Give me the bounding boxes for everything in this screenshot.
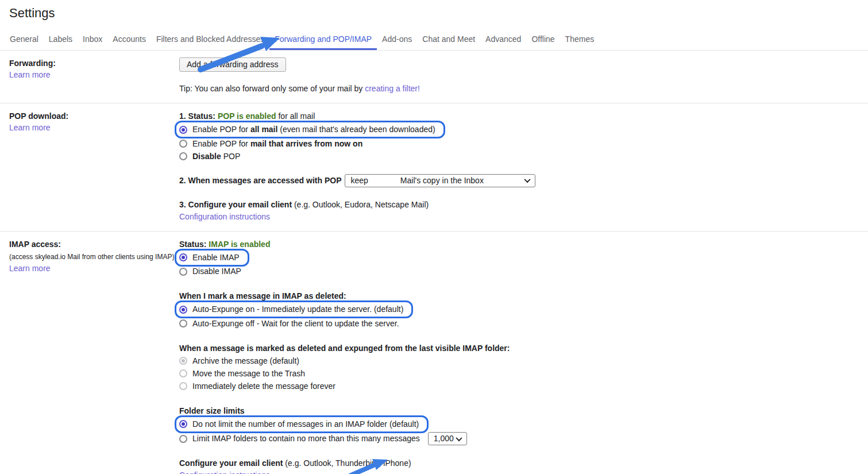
radio-disabled-icon bbox=[179, 382, 187, 390]
pop-configuration-instructions-link[interactable]: Configuration instructions bbox=[179, 212, 270, 221]
imap-expunge-heading: When a message is marked as deleted and … bbox=[179, 342, 859, 354]
radio-do-not-limit-folder[interactable]: Do not limit the number of messages in a… bbox=[179, 418, 419, 430]
chevron-down-icon bbox=[524, 176, 531, 183]
annotation-highlight: Auto-Expunge on - Immediately update the… bbox=[175, 300, 413, 318]
tab-chat-and-meet[interactable]: Chat and Meet bbox=[417, 30, 480, 50]
radio-selected-icon[interactable] bbox=[179, 253, 187, 261]
imap-status-line: Status: IMAP is enabled bbox=[179, 238, 859, 251]
pop-download-label: POP download: bbox=[9, 110, 179, 122]
pop-status-value: POP is enabled bbox=[218, 111, 276, 121]
imap-access-sublabel: (access skylead.io Mail from other clien… bbox=[9, 251, 179, 263]
creating-a-filter-link[interactable]: creating a filter! bbox=[365, 84, 420, 93]
tab-accounts[interactable]: Accounts bbox=[107, 30, 151, 50]
radio-disable-pop[interactable]: Disable POP bbox=[179, 151, 240, 163]
pop-action-select[interactable]: keep Mail's copy in the Inbox bbox=[345, 174, 535, 187]
pop-learn-more-link[interactable]: Learn more bbox=[9, 123, 51, 132]
radio-selected-icon[interactable] bbox=[179, 420, 187, 428]
radio-selected-icon[interactable] bbox=[179, 126, 187, 134]
radio-enable-pop-from-now-on[interactable]: Enable POP for mail that arrives from no… bbox=[179, 138, 362, 150]
radio-disable-imap[interactable]: Disable IMAP bbox=[179, 265, 241, 278]
tab-add-ons[interactable]: Add-ons bbox=[377, 30, 417, 50]
radio-auto-expunge-on[interactable]: Auto-Expunge on - Immediately update the… bbox=[179, 303, 403, 315]
add-forwarding-address-button[interactable]: Add a forwarding address bbox=[179, 57, 286, 72]
radio-auto-expunge-off[interactable]: Auto-Expunge off - Wait for the client t… bbox=[179, 318, 399, 330]
radio-enable-imap[interactable]: Enable IMAP bbox=[179, 252, 240, 264]
tab-inbox[interactable]: Inbox bbox=[78, 30, 107, 50]
imap-access-section: IMAP access: (access skylead.io Mail fro… bbox=[0, 232, 868, 474]
forwarding-label: Forwarding: bbox=[9, 57, 179, 69]
annotation-highlight: Enable IMAP bbox=[175, 249, 249, 267]
tab-themes[interactable]: Themes bbox=[560, 30, 600, 50]
radio-unselected-icon[interactable] bbox=[179, 152, 187, 160]
forwarding-tip-text: Tip: You can also forward only some of y… bbox=[179, 84, 365, 93]
tab-general[interactable]: General bbox=[5, 30, 44, 50]
radio-archive-message: Archive the message (default) bbox=[179, 355, 299, 367]
radio-selected-icon[interactable] bbox=[179, 306, 187, 314]
forwarding-section: Forwarding: Learn more Add a forwarding … bbox=[0, 51, 868, 103]
folder-size-select[interactable]: 1,000 bbox=[428, 432, 467, 445]
page-title: Settings bbox=[9, 6, 868, 21]
pop-configure-line: 3. Configure your email client (e.g. Out… bbox=[179, 199, 859, 211]
radio-unselected-icon[interactable] bbox=[179, 435, 187, 443]
annotation-highlight: Enable POP for all mail (even mail that'… bbox=[175, 121, 445, 138]
radio-move-to-trash: Move the message to the Trash bbox=[179, 368, 305, 380]
radio-disabled-selected-icon bbox=[179, 357, 187, 365]
tab-advanced[interactable]: Advanced bbox=[480, 30, 526, 50]
tab-labels[interactable]: Labels bbox=[44, 30, 78, 50]
pop-download-section: POP download: Learn more 1. Status: POP … bbox=[0, 103, 868, 232]
tab-offline[interactable]: Offline bbox=[526, 30, 560, 50]
radio-disabled-icon bbox=[179, 369, 187, 377]
annotation-highlight: Do not limit the number of messages in a… bbox=[175, 415, 429, 433]
tab-filters-blocked-addresses[interactable]: Filters and Blocked Addresses bbox=[151, 30, 269, 50]
radio-delete-forever: Immediately delete the message forever bbox=[179, 380, 335, 392]
radio-unselected-icon[interactable] bbox=[179, 140, 187, 148]
radio-limit-imap-folders[interactable]: Limit IMAP folders to contain no more th… bbox=[179, 432, 467, 445]
tab-forwarding-pop-imap[interactable]: Forwarding and POP/IMAP bbox=[269, 30, 377, 50]
radio-unselected-icon[interactable] bbox=[179, 319, 187, 327]
imap-configure-line: Configure your email client (e.g. Outloo… bbox=[179, 457, 859, 469]
imap-learn-more-link[interactable]: Learn more bbox=[9, 264, 51, 273]
forwarding-learn-more-link[interactable]: Learn more bbox=[9, 70, 51, 79]
chevron-down-icon bbox=[456, 434, 462, 441]
imap-configuration-instructions-link[interactable]: Configuration instructions bbox=[179, 471, 270, 474]
pop-access-label: 2. When messages are accessed with POP bbox=[179, 175, 341, 187]
settings-tabbar: General Labels Inbox Accounts Filters an… bbox=[0, 30, 868, 51]
imap-status-value: IMAP is enabled bbox=[209, 240, 270, 249]
radio-enable-pop-all-mail[interactable]: Enable POP for all mail (even mail that'… bbox=[179, 124, 435, 136]
imap-access-label: IMAP access: bbox=[9, 238, 179, 250]
radio-unselected-icon[interactable] bbox=[179, 268, 187, 276]
